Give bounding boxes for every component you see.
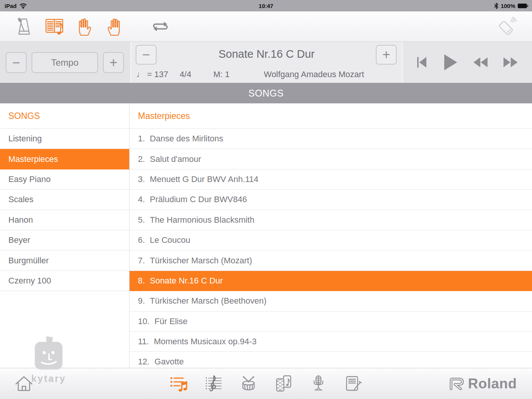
song-number: 11. xyxy=(138,337,149,347)
roland-brand: Roland xyxy=(448,376,517,392)
left-hand-icon xyxy=(75,17,93,36)
song-number: 7. xyxy=(138,256,145,266)
score-tab[interactable] xyxy=(204,374,223,393)
diary-icon xyxy=(344,374,363,393)
home-button[interactable] xyxy=(14,374,34,394)
control-row: − Tempo + − Sonate Nr.16 C Dur + ♩ = 137… xyxy=(0,42,532,83)
right-hand-button[interactable] xyxy=(106,17,124,36)
song-number: 4. xyxy=(138,195,145,204)
play-button[interactable] xyxy=(442,54,458,71)
playback-panel xyxy=(403,42,532,83)
song-row[interactable]: 2. Salut d'amour xyxy=(130,149,532,169)
app-root: iPad 10:47 100% xyxy=(0,0,532,399)
status-bar: iPad 10:47 100% xyxy=(0,0,532,11)
song-row[interactable]: 4. Präludium C Dur BWV846 xyxy=(130,190,532,210)
song-row-title: Präludium C Dur BWV846 xyxy=(150,195,247,204)
content-area: SONGS Listening Masterpieces Easy Piano … xyxy=(0,103,532,368)
sidebar-item[interactable]: Listening xyxy=(0,129,129,149)
song-row-title: Türkischer Marsch (Mozart) xyxy=(150,256,252,266)
song-number: 8. xyxy=(138,276,145,286)
tempo-minus-button[interactable]: − xyxy=(6,52,27,73)
song-row[interactable]: 5. The Harmonious Blacksmith xyxy=(130,210,532,230)
sidebar-item-label: Masterpieces xyxy=(8,154,58,164)
roland-logo-icon xyxy=(448,376,466,391)
metronome-icon xyxy=(14,16,34,37)
repeat-button[interactable] xyxy=(150,19,170,34)
bluetooth-icon xyxy=(494,3,499,9)
bottom-toolbar: Roland xyxy=(0,368,532,399)
song-row-title: Gavotte xyxy=(155,357,184,367)
song-row[interactable]: 1. Danse des Mirlitons xyxy=(130,129,532,149)
sidebar-item[interactable]: Easy Piano xyxy=(0,169,129,190)
drum-tab[interactable] xyxy=(239,374,258,393)
top-toolbar xyxy=(0,11,532,42)
tempo-plus-button[interactable]: + xyxy=(103,52,124,73)
sidebar-item[interactable]: Hanon xyxy=(0,210,129,230)
song-row-title: Menuett G Dur BWV Anh.114 xyxy=(150,174,258,184)
sidebar-item[interactable]: Burgmüller xyxy=(0,250,129,271)
flashcards-tab[interactable] xyxy=(274,374,293,393)
song-row[interactable]: 6. Le Coucou xyxy=(130,230,532,250)
roland-brand-label: Roland xyxy=(468,376,517,392)
song-row-title: Türkischer Marsch (Beethoven) xyxy=(150,296,266,306)
tempo-button[interactable]: Tempo xyxy=(32,52,98,73)
song-rows: 1. Danse des Mirlitons 2. Salut d'amour … xyxy=(130,129,532,368)
fast-forward-button[interactable] xyxy=(502,56,519,68)
microphone-tab[interactable] xyxy=(309,374,328,393)
repeat-icon xyxy=(150,19,170,34)
skip-to-start-icon xyxy=(416,55,429,69)
song-number: 2. xyxy=(138,154,145,164)
song-row[interactable]: 12. Gavotte xyxy=(130,352,532,368)
song-row[interactable]: 11. Moments Musicaux op.94-3 xyxy=(130,332,532,352)
battery-percent: 100% xyxy=(501,3,515,9)
sheet-music-button[interactable] xyxy=(44,16,65,37)
rewind-icon xyxy=(472,56,489,68)
fast-forward-icon xyxy=(502,56,519,68)
composer-name: Wolfgang Amadeus Mozart xyxy=(264,70,364,79)
song-list-header: Masterpieces xyxy=(130,103,532,129)
song-next-button[interactable]: + xyxy=(376,45,397,65)
song-row[interactable]: 9. Türkischer Marsch (Beethoven) xyxy=(130,291,532,311)
song-number: 10. xyxy=(138,317,150,326)
song-number: 12. xyxy=(138,357,150,367)
category-sidebar: SONGS Listening Masterpieces Easy Piano … xyxy=(0,103,130,368)
bottom-nav xyxy=(169,374,363,393)
sidebar-item-label: Scales xyxy=(8,195,33,204)
sidebar-item[interactable]: Scales xyxy=(0,190,129,210)
song-number: 3. xyxy=(138,174,145,184)
sidebar-item-label: Czerny 100 xyxy=(8,276,51,286)
microphone-icon xyxy=(309,374,328,393)
sidebar-item[interactable]: Beyer xyxy=(0,230,129,250)
sidebar-item-label: Hanon xyxy=(8,215,33,225)
song-row-title: Moments Musicaux op.94-3 xyxy=(154,337,256,347)
play-icon xyxy=(442,54,458,71)
song-prev-button[interactable]: − xyxy=(136,45,157,65)
song-list-icon xyxy=(169,374,188,393)
song-title: Sonate Nr.16 C Dur xyxy=(162,48,372,60)
sidebar-item-label: Listening xyxy=(8,134,42,144)
tempo-value: ♩ = 137 xyxy=(136,70,168,79)
rewind-button[interactable] xyxy=(472,56,489,68)
song-row-title: Für Elise xyxy=(155,317,188,326)
skip-to-start-button[interactable] xyxy=(416,55,429,69)
device-connect-button[interactable] xyxy=(496,16,518,38)
song-row-title: Sonate Nr.16 C Dur xyxy=(150,276,223,286)
song-list-tab[interactable] xyxy=(169,374,188,393)
sidebar-item-label: Beyer xyxy=(8,235,30,245)
metronome-button[interactable] xyxy=(14,16,34,37)
song-row[interactable]: 7. Türkischer Marsch (Mozart) xyxy=(130,250,532,271)
song-row[interactable]: 3. Menuett G Dur BWV Anh.114 xyxy=(130,169,532,190)
sidebar-item-label: Burgmüller xyxy=(8,256,49,266)
song-row-title: Danse des Mirlitons xyxy=(150,134,223,144)
left-hand-button[interactable] xyxy=(75,17,93,36)
song-row[interactable]: 10. Für Elise xyxy=(130,312,532,332)
song-row-title: Le Coucou xyxy=(150,235,190,245)
tempo-panel: − Tempo + xyxy=(0,42,130,83)
song-row[interactable]: 8. Sonate Nr.16 C Dur xyxy=(130,271,532,291)
song-row-title: The Harmonious Blacksmith xyxy=(150,215,254,225)
sidebar-item[interactable]: Czerny 100 xyxy=(0,271,129,291)
diary-tab[interactable] xyxy=(344,374,363,393)
sidebar-header: SONGS xyxy=(0,103,129,129)
sidebar-item[interactable]: Masterpieces xyxy=(0,149,129,169)
sheet-music-icon xyxy=(44,16,65,37)
